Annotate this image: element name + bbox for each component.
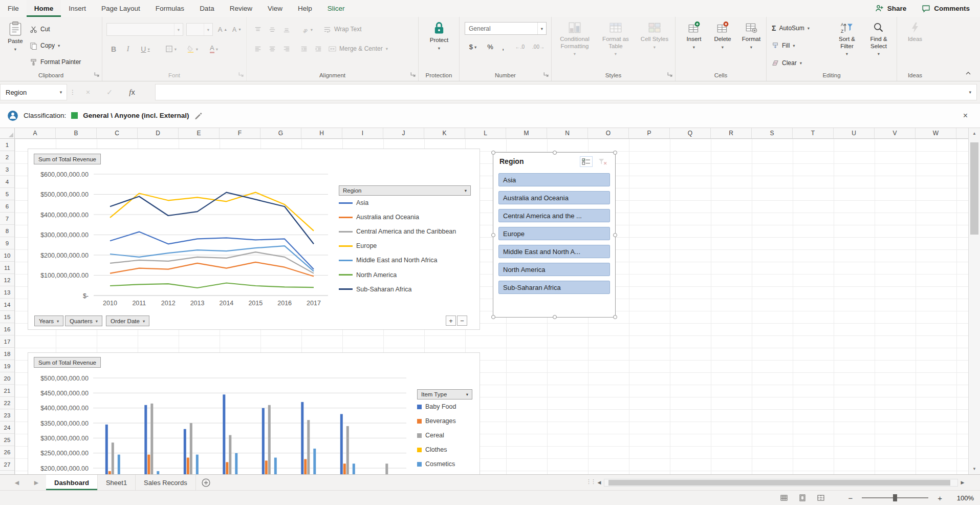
- find-select-button[interactable]: Find & Select ▾: [864, 21, 894, 56]
- insert-function-icon[interactable]: fx: [120, 88, 144, 97]
- increase-font-size-button[interactable]: A▲: [216, 23, 229, 36]
- row-header-8[interactable]: 8: [0, 225, 14, 237]
- insert-cells-button[interactable]: Insert ▾: [681, 21, 707, 50]
- slicer-resize-handle[interactable]: [491, 151, 495, 155]
- slicer-item-australia-and-oceania[interactable]: Australia and Oceania: [498, 191, 610, 204]
- column-header-i[interactable]: I: [342, 128, 383, 138]
- scroll-up-icon[interactable]: ▲: [969, 128, 980, 139]
- column-header-b[interactable]: B: [56, 128, 97, 138]
- row-header-19[interactable]: 19: [0, 360, 14, 372]
- row-header-17[interactable]: 17: [0, 335, 14, 348]
- chart2-value-field-button[interactable]: Sum of Total Revenue: [34, 357, 101, 368]
- row-header-22[interactable]: 22: [0, 397, 14, 409]
- collapse-ribbon-button[interactable]: [964, 70, 973, 77]
- zoom-in-icon[interactable]: +: [938, 494, 942, 502]
- row-header-16[interactable]: 16: [0, 323, 14, 335]
- row-header-4[interactable]: 4: [0, 176, 14, 188]
- page-break-view-icon[interactable]: [816, 493, 825, 502]
- horizontal-scrollbar[interactable]: ◀ ▶: [595, 478, 967, 487]
- decrease-indent-button[interactable]: [298, 43, 310, 55]
- zoom-slider[interactable]: [862, 497, 928, 498]
- accounting-format-button[interactable]: $▾: [465, 40, 481, 53]
- format-cells-button[interactable]: Format ▾: [738, 21, 765, 50]
- sheet-tab-sales-records[interactable]: Sales Records: [136, 475, 196, 490]
- quarters-field-button[interactable]: Quarters ▾: [65, 315, 102, 326]
- align-right-button[interactable]: [280, 43, 293, 55]
- font-size-combobox[interactable]: ▾: [186, 23, 213, 36]
- slicer-item-north-america[interactable]: North America: [498, 263, 610, 276]
- decrease-font-size-button[interactable]: A▼: [230, 23, 244, 36]
- row-header-11[interactable]: 11: [0, 262, 14, 274]
- ideas-button[interactable]: Ideas: [901, 21, 929, 43]
- autosum-button[interactable]: Σ AutoSum ▾: [772, 22, 810, 34]
- ribbon-tab-home[interactable]: Home: [27, 0, 61, 17]
- column-header-j[interactable]: J: [383, 128, 424, 138]
- ribbon-tab-file[interactable]: File: [0, 0, 27, 17]
- column-header-t[interactable]: T: [793, 128, 834, 138]
- zoom-out-icon[interactable]: −: [848, 494, 853, 502]
- slicer-resize-handle[interactable]: [613, 151, 617, 155]
- slicer-item-asia[interactable]: Asia: [498, 173, 610, 186]
- edit-classification-icon[interactable]: [194, 112, 202, 119]
- share-button[interactable]: Share: [875, 4, 907, 13]
- slicer-resize-handle[interactable]: [613, 233, 617, 237]
- ribbon-tab-formulas[interactable]: Formulas: [148, 0, 192, 17]
- row-header-10[interactable]: 10: [0, 249, 14, 262]
- delete-cells-button[interactable]: Delete ▾: [709, 21, 736, 50]
- conditional-formatting-button[interactable]: Conditional Formatting ▾: [556, 21, 594, 56]
- row-header-2[interactable]: 2: [0, 151, 14, 163]
- horizontal-scroll-thumb[interactable]: [608, 480, 950, 486]
- row-header-7[interactable]: 7: [0, 213, 14, 225]
- decrease-decimal-button[interactable]: .00→: [530, 40, 547, 53]
- column-header-e[interactable]: E: [179, 128, 220, 138]
- row-header-27[interactable]: 27: [0, 458, 14, 471]
- row-header-18[interactable]: 18: [0, 348, 14, 360]
- fill-button[interactable]: Fill ▾: [772, 39, 795, 52]
- row-header-23[interactable]: 23: [0, 409, 14, 422]
- zoom-level[interactable]: 100%: [951, 494, 974, 502]
- slicer-item-sub-saharan-africa[interactable]: Sub-Saharan Africa: [498, 281, 610, 294]
- row-header-28[interactable]: 28: [0, 471, 14, 474]
- merge-center-button[interactable]: Merge & Center ▾: [329, 43, 388, 55]
- chart2-legend-field-button[interactable]: Item Type ▾: [417, 389, 472, 399]
- row-header-26[interactable]: 26: [0, 446, 14, 458]
- row-header-13[interactable]: 13: [0, 286, 14, 299]
- slicer-resize-handle[interactable]: [613, 315, 617, 319]
- ribbon-tab-insert[interactable]: Insert: [61, 0, 94, 17]
- chart1-value-field-button[interactable]: Sum of Total Revenue: [34, 154, 101, 164]
- name-box-caret-icon[interactable]: ▾: [55, 90, 67, 95]
- tab-strip-splitter[interactable]: ⋮⋮: [586, 478, 595, 485]
- column-header-h[interactable]: H: [301, 128, 342, 138]
- copy-button[interactable]: Copy ▾: [30, 39, 60, 52]
- slicer-resize-handle[interactable]: [491, 315, 495, 319]
- number-format-caret-icon[interactable]: ▾: [537, 23, 546, 34]
- pivot-collapse-button[interactable]: −: [457, 315, 467, 326]
- zoom-slider-thumb[interactable]: [893, 494, 897, 501]
- row-header-25[interactable]: 25: [0, 434, 14, 446]
- increase-decimal-button[interactable]: ←.0: [512, 40, 528, 53]
- column-header-m[interactable]: M: [506, 128, 547, 138]
- formula-input[interactable]: ▾: [155, 84, 977, 100]
- underline-button[interactable]: U▾: [136, 43, 155, 55]
- new-sheet-button[interactable]: [196, 475, 216, 490]
- column-header-q[interactable]: Q: [670, 128, 711, 138]
- font-size-caret-icon[interactable]: ▾: [204, 24, 212, 35]
- italic-button[interactable]: I: [122, 43, 134, 55]
- number-format-combobox[interactable]: General ▾: [465, 22, 547, 35]
- row-header-15[interactable]: 15: [0, 311, 14, 323]
- pivot-line-chart[interactable]: $600,000,000.00$500,000,000.00$400,000,0…: [28, 149, 480, 330]
- paste-button[interactable]: Paste ▾: [4, 21, 27, 52]
- middle-align-button[interactable]: [266, 23, 278, 36]
- column-header-f[interactable]: F: [220, 128, 260, 138]
- column-header-d[interactable]: D: [138, 128, 179, 138]
- slicer-item-central-america-and-the[interactable]: Central America and the ...: [498, 209, 610, 222]
- styles-dialog-launcher[interactable]: [667, 71, 672, 77]
- column-header-o[interactable]: O: [588, 128, 629, 138]
- column-header-n[interactable]: N: [547, 128, 588, 138]
- slicer-resize-handle[interactable]: [491, 233, 495, 237]
- bottom-align-button[interactable]: [280, 23, 293, 36]
- years-field-button[interactable]: Years ▾: [34, 315, 63, 326]
- comma-style-button[interactable]: ,: [498, 40, 508, 53]
- row-header-1[interactable]: 1: [0, 139, 14, 151]
- row-header-9[interactable]: 9: [0, 237, 14, 249]
